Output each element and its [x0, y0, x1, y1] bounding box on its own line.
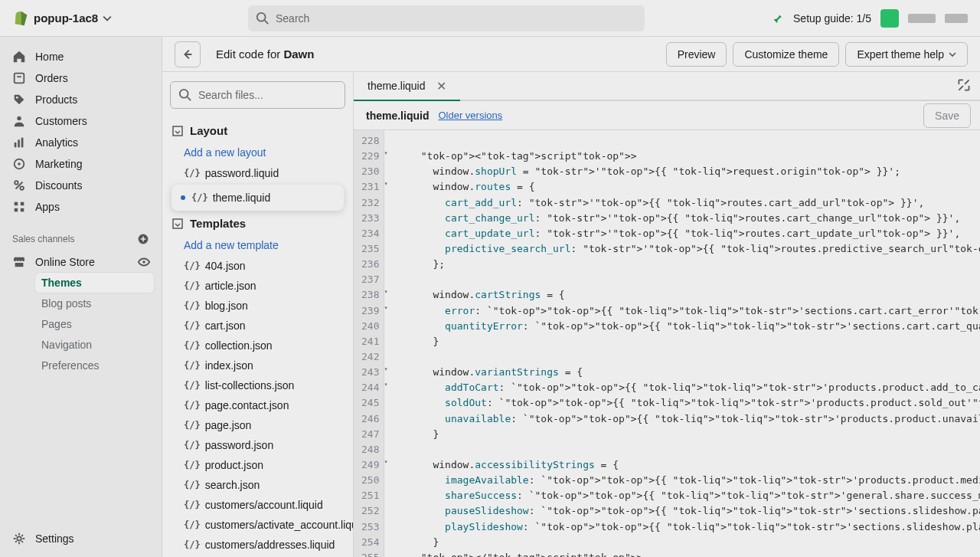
section-layout-label: Layout — [190, 124, 227, 137]
nav-online-store[interactable]: Online Store — [0, 251, 162, 273]
add-channel-icon[interactable] — [137, 233, 149, 245]
svg-point-21 — [180, 90, 188, 98]
nav-settings[interactable]: Settings — [0, 528, 162, 549]
svg-point-11 — [15, 181, 18, 185]
file-label: page.contact.json — [205, 399, 289, 411]
nav-analytics[interactable]: Analytics — [0, 132, 162, 153]
close-tab-icon[interactable]: ✕ — [436, 79, 446, 93]
home-icon — [12, 50, 26, 64]
add-template-link[interactable]: Add a new template — [168, 234, 347, 256]
nav-customers-label: Customers — [35, 115, 87, 127]
file-search-input[interactable]: Search files... — [170, 81, 345, 109]
file-password-json[interactable]: {/}password.json — [168, 435, 347, 455]
subnav-themes[interactable]: Themes — [35, 273, 154, 293]
online-store-subnav: Themes Blog posts Pages Navigation Prefe… — [0, 273, 162, 375]
liquid-icon: {/} — [184, 260, 201, 271]
back-button[interactable] — [175, 41, 201, 67]
caret-down-icon — [949, 51, 956, 58]
nav-products[interactable]: Products — [0, 89, 162, 110]
file-page-contact-json[interactable]: {/}page.contact.json — [168, 395, 347, 415]
file-password-liquid[interactable]: {/}password.liquid — [168, 163, 347, 183]
subnav-preferences[interactable]: Preferences — [35, 355, 154, 375]
person-icon — [12, 114, 26, 128]
global-search[interactable]: Search — [248, 5, 645, 31]
nav-online-store-label: Online Store — [35, 256, 95, 268]
editor-tab[interactable]: theme.liquid ✕ — [354, 72, 460, 101]
subnav-navigation[interactable]: Navigation — [35, 335, 154, 355]
file-product-json[interactable]: {/}product.json — [168, 455, 347, 475]
eye-icon[interactable] — [137, 255, 151, 269]
file-customers-activate_account-liquid[interactable]: {/}customers/activate_account.liquid — [168, 515, 347, 535]
liquid-icon: {/} — [184, 340, 201, 351]
add-layout-link[interactable]: Add a new layout — [168, 142, 347, 163]
user-name-redacted-2 — [945, 14, 968, 23]
file-label: search.json — [205, 479, 260, 491]
store-name: popup-1ac8 — [34, 11, 98, 25]
primary-nav: Home Orders Products Customers Analytics… — [0, 37, 162, 557]
subnav-blog-posts[interactable]: Blog posts — [35, 293, 154, 313]
section-templates-label: Templates — [190, 217, 246, 230]
file-label: password.json — [205, 439, 274, 451]
expert-help-button[interactable]: Expert theme help — [845, 42, 968, 67]
file-article-json[interactable]: {/}article.json — [168, 276, 347, 296]
expand-icon[interactable] — [956, 77, 972, 93]
section-layout[interactable]: Layout — [168, 120, 347, 142]
nav-marketing-label: Marketing — [35, 158, 82, 170]
file-theme-liquid[interactable]: {/}theme.liquid — [172, 185, 344, 211]
file-blog-json[interactable]: {/}blog.json — [168, 296, 347, 316]
save-button[interactable]: Save — [923, 103, 971, 128]
nav-analytics-label: Analytics — [35, 136, 78, 149]
nav-discounts[interactable]: Discounts — [0, 175, 162, 196]
file-index-json[interactable]: {/}index.json — [168, 355, 347, 375]
liquid-icon: {/} — [184, 300, 201, 311]
file-label: product.json — [205, 459, 263, 471]
svg-rect-7 — [18, 139, 20, 147]
section-templates[interactable]: Templates — [168, 212, 347, 234]
topbar: popup-1ac8 Search Setup guide: 1/5 — [0, 0, 980, 37]
customize-theme-button[interactable]: Customize theme — [733, 42, 839, 67]
nav-customers[interactable]: Customers — [0, 110, 162, 132]
liquid-icon: {/} — [191, 192, 208, 203]
pin-icon[interactable] — [770, 11, 784, 25]
sales-channels-label: Sales channels — [12, 234, 74, 244]
edit-code-prefix: Edit code for — [216, 48, 283, 61]
file-label: 404.json — [205, 260, 246, 272]
svg-line-22 — [188, 97, 191, 101]
file-cart-json[interactable]: {/}cart.json — [168, 316, 347, 336]
nav-apps[interactable]: Apps — [0, 196, 162, 218]
file-list-collections-json[interactable]: {/}list-collections.json — [168, 375, 347, 395]
older-versions-link[interactable]: Older versions — [438, 110, 502, 121]
file-search-json[interactable]: {/}search.json — [168, 475, 347, 495]
store-icon — [12, 255, 26, 269]
apps-icon — [12, 200, 26, 214]
nav-home[interactable]: Home — [0, 46, 162, 67]
file-label: collection.json — [205, 339, 273, 352]
svg-rect-8 — [21, 138, 24, 148]
liquid-icon: {/} — [184, 380, 201, 391]
nav-orders-label: Orders — [35, 72, 68, 84]
file-header: theme.liquid Older versions Save — [354, 101, 980, 130]
liquid-icon: {/} — [184, 320, 201, 331]
preview-button[interactable]: Preview — [666, 42, 727, 67]
file-customers-account-liquid[interactable]: {/}customers/account.liquid — [168, 495, 347, 515]
svg-rect-2 — [15, 74, 24, 84]
code-lines[interactable]: "tok-op"><"tok-tag">script"tok-op">> win… — [384, 130, 980, 557]
svg-rect-14 — [15, 202, 18, 206]
file-404-json[interactable]: {/}404.json — [168, 256, 347, 276]
file-name: theme.liquid — [366, 110, 429, 122]
nav-marketing[interactable]: Marketing — [0, 153, 162, 175]
subnav-pages[interactable]: Pages — [35, 314, 154, 334]
user-avatar[interactable] — [880, 9, 899, 28]
setup-guide[interactable]: Setup guide: 1/5 — [793, 12, 871, 25]
file-label: customers/activate_account.liquid — [205, 519, 354, 531]
code-area[interactable]: 2282292302312322332342352362372382392402… — [354, 130, 980, 557]
svg-point-20 — [17, 536, 21, 540]
editor-tabs: theme.liquid ✕ — [354, 72, 980, 101]
file-page-json[interactable]: {/}page.json — [168, 415, 347, 435]
file-collection-json[interactable]: {/}collection.json — [168, 336, 347, 355]
search-icon — [256, 11, 270, 25]
file-customers-addresses-liquid[interactable]: {/}customers/addresses.liquid — [168, 535, 347, 555]
liquid-icon: {/} — [184, 460, 201, 470]
store-switcher[interactable]: popup-1ac8 — [12, 10, 112, 27]
nav-orders[interactable]: Orders — [0, 67, 162, 89]
